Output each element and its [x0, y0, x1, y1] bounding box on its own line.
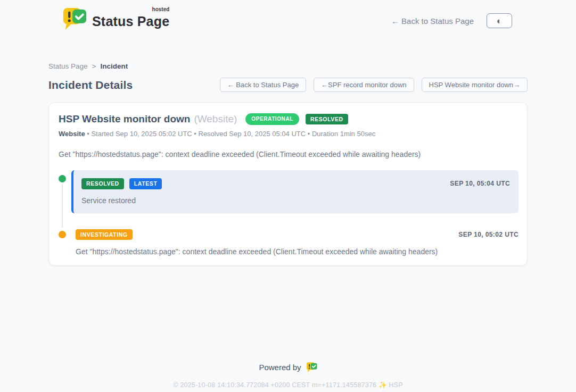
incident-title: HSP Website monitor down	[59, 113, 190, 125]
timeline-timestamp: SEP 10, 05:02 UTC	[458, 231, 519, 238]
incident-meta-details: • Started Sep 10, 2025 05:02 UTC • Resol…	[85, 130, 376, 138]
operational-badge: OPERATIONAL	[245, 113, 299, 125]
powered-by-text: Powered by	[259, 363, 301, 372]
statuspage-logo-icon	[306, 362, 317, 373]
back-to-status-page-link[interactable]: ← Back to Status Page	[391, 16, 474, 26]
half-circle-icon: ◐	[497, 16, 502, 26]
logo[interactable]: hosted Status Page	[62, 6, 169, 31]
timeline-entry-investigating: INVESTIGATING SEP 10, 05:02 UTC Get "htt…	[59, 229, 519, 256]
status-page-app: hosted Status Page ← Back to Status Page…	[0, 0, 576, 392]
incident-nav-buttons: ← Back to Status Page ←SPF record monito…	[220, 78, 528, 92]
back-to-status-page-button[interactable]: ← Back to Status Page	[220, 78, 306, 92]
logo-wordmark: hosted Status Page	[92, 9, 169, 29]
timeline-entry-header: RESOLVED LATEST SEP 10, 05:04 UTC	[81, 178, 510, 189]
incident-timeline: RESOLVED LATEST SEP 10, 05:04 UTC Servic…	[59, 170, 519, 256]
breadcrumb-incident: Incident	[100, 62, 128, 70]
breadcrumb-separator: >	[92, 62, 96, 70]
timeline-message: Service restored	[81, 196, 510, 205]
incident-card: HSP Website monitor down (Website) OPERA…	[48, 102, 528, 266]
timeline-dot-green	[59, 175, 66, 182]
timeline-timestamp: SEP 10, 05:04 UTC	[450, 180, 510, 187]
timeline-entry-card: RESOLVED LATEST SEP 10, 05:04 UTC Servic…	[71, 170, 519, 213]
breadcrumb: Status Page > Incident	[48, 62, 528, 70]
next-incident-button[interactable]: HSP Website monitor down→	[422, 78, 528, 92]
timeline-message: Get "https://hostedstatus.page": context…	[76, 247, 519, 256]
timeline-entry-resolved: RESOLVED LATEST SEP 10, 05:04 UTC Servic…	[59, 170, 519, 213]
investigating-badge: INVESTIGATING	[76, 229, 133, 240]
latest-badge: LATEST	[129, 178, 162, 189]
timeline-entry-header: INVESTIGATING SEP 10, 05:02 UTC	[76, 229, 519, 240]
timeline-dot-orange	[59, 231, 66, 238]
prev-incident-button[interactable]: ←SPF record monitor down	[314, 78, 414, 92]
incident-component-label: (Website)	[194, 113, 237, 125]
breadcrumb-status-page-link[interactable]: Status Page	[48, 62, 88, 70]
title-row: Incident Details ← Back to Status Page ←…	[48, 78, 528, 92]
statuspage-logo-icon	[62, 6, 87, 31]
footer: Powered by © 2025-10-08 14:10:34.772084 …	[0, 362, 576, 389]
incident-meta-component: Website	[59, 130, 85, 138]
powered-by-link[interactable]: Powered by	[259, 362, 317, 373]
incident-description: Get "https://hostedstatus.page": context…	[59, 150, 519, 159]
incident-title-row: HSP Website monitor down (Website) OPERA…	[59, 113, 519, 125]
page-title: Incident Details	[48, 79, 133, 91]
logo-brand-text: Status Page	[92, 14, 169, 29]
resolved-status-badge: RESOLVED	[306, 114, 348, 125]
logo-superscript: hosted	[152, 6, 170, 12]
header-actions: ← Back to Status Page ◐	[391, 13, 512, 28]
header: hosted Status Page ← Back to Status Page…	[0, 0, 576, 31]
timeline-entry-content: INVESTIGATING SEP 10, 05:02 UTC Get "htt…	[76, 229, 519, 256]
incident-meta: Website • Started Sep 10, 2025 05:02 UTC…	[59, 130, 519, 138]
resolved-badge: RESOLVED	[81, 178, 124, 189]
copyright-text: © 2025-10-08 14:10:34.772084 +0200 CEST …	[0, 381, 576, 389]
main-content: Status Page > Incident Incident Details …	[48, 62, 528, 266]
theme-toggle-button[interactable]: ◐	[487, 13, 512, 28]
